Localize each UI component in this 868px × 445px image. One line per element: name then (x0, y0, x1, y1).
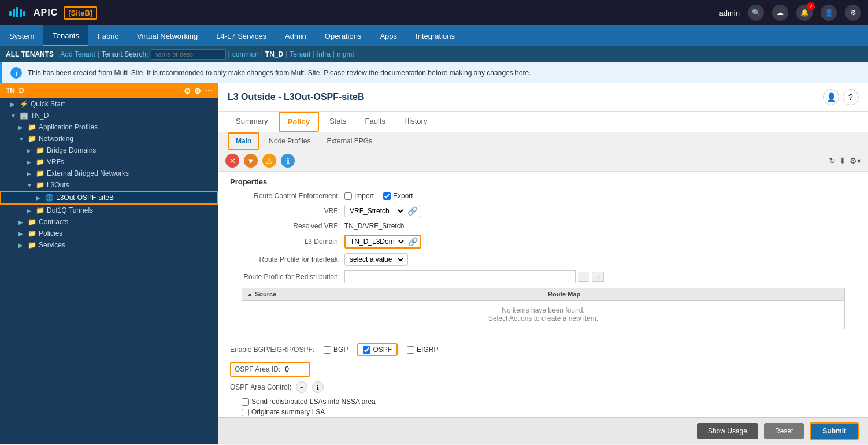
tree-application-profiles[interactable]: ▶ 📁 Application Profiles (0, 121, 218, 133)
mgmt-link[interactable]: mgmt (337, 50, 354, 58)
notifications-icon[interactable]: 🔔 2 (796, 5, 813, 21)
bottom-bar: Show Usage Reset Submit (218, 417, 868, 444)
show-usage-button[interactable]: Show Usage (697, 423, 758, 439)
tree-external-bridged[interactable]: ▶ 📁 External Bridged Networks (0, 168, 218, 179)
l3domain-row: L3 Domain: TN_D_L3Dom 🔗 (230, 235, 856, 249)
tree-l3outs[interactable]: ▼ 📁 L3Outs (0, 179, 218, 191)
send-redistributed-checkbox[interactable] (242, 398, 249, 406)
ospf-control-info-btn[interactable]: ℹ (312, 381, 324, 393)
down-action-icon[interactable]: ▼ (244, 154, 258, 168)
eigrp-checkbox[interactable] (407, 346, 414, 354)
ospf-checkbox-wrapper: OSPF (357, 343, 398, 356)
person-icon-btn[interactable]: 👤 (823, 89, 839, 105)
route-redistribution-minus-btn[interactable]: − (578, 272, 589, 282)
all-tenants-link[interactable]: ALL TENANTS (6, 50, 54, 58)
vrf-select[interactable]: VRF_Stretch (347, 206, 405, 216)
bgp-checkbox[interactable] (324, 346, 331, 354)
nav-tenants[interactable]: Tenants (43, 25, 88, 46)
common-link[interactable]: common (232, 50, 259, 58)
l3domain-select[interactable]: TN_D_L3Dom (348, 237, 406, 246)
tenant-link[interactable]: Tenant (290, 50, 310, 58)
tree-l3out-ospf-siteb[interactable]: ▶ 🌐 L3Out-OSPF-siteB (0, 191, 218, 205)
originate-summary-checkbox[interactable] (242, 409, 249, 416)
cloud-icon[interactable]: ☁ (772, 5, 788, 21)
ospf-control-minus-btn[interactable]: − (296, 381, 307, 393)
nav-fabric[interactable]: Fabric (88, 25, 128, 46)
nav-system[interactable]: System (0, 25, 43, 46)
import-checkbox[interactable] (344, 192, 352, 200)
export-checkbox-label[interactable]: Export (383, 192, 413, 200)
route-control-row: Route Control Enforcement: Import Export (230, 192, 856, 200)
ospf-checkbox[interactable] (363, 346, 370, 354)
ospf-checkbox-label[interactable]: OSPF (363, 346, 392, 354)
svg-rect-1 (9, 11, 12, 16)
tab-faults[interactable]: Faults (357, 112, 394, 131)
tree-dot1q[interactable]: ▶ 📁 Dot1Q Tunnels (0, 205, 218, 216)
delete-action-icon[interactable]: ✕ (225, 154, 239, 168)
sidebar-icon-2[interactable]: ⊕ (194, 86, 201, 95)
search-icon[interactable]: 🔍 (748, 5, 764, 21)
refresh-action-icon[interactable]: ↻ (829, 156, 836, 165)
ospf-area-id-wrapper: OSPF Area ID: (230, 362, 310, 377)
settings-icon[interactable]: ⚙ (845, 5, 861, 21)
l3domain-wrapper[interactable]: TN_D_L3Dom 🔗 (344, 235, 421, 249)
submit-button[interactable]: Submit (810, 422, 859, 440)
site-badge[interactable]: [SiteB] (64, 6, 97, 20)
sidebar-icon-1[interactable]: ⊙ (184, 86, 191, 95)
nav-admin[interactable]: Admin (276, 25, 316, 46)
ospf-area-control-label: OSPF Area Control: (230, 383, 291, 391)
route-redistribution-plus-btn[interactable]: + (592, 272, 603, 282)
svg-rect-4 (20, 9, 22, 17)
vrf-select-wrapper[interactable]: VRF_Stretch 🔗 (344, 205, 420, 217)
vrf-link-icon[interactable]: 🔗 (407, 206, 417, 216)
tab-history[interactable]: History (396, 112, 435, 131)
nav-l4l7[interactable]: L4-L7 Services (207, 25, 276, 46)
user-icon[interactable]: 👤 (821, 5, 837, 21)
more-action-icon[interactable]: ⚙▾ (850, 156, 861, 165)
infra-link[interactable]: infra (317, 50, 330, 58)
l3domain-link-icon[interactable]: 🔗 (408, 237, 418, 246)
tree-bridge-domains[interactable]: ▶ 📁 Bridge Domains (0, 144, 218, 156)
tab-stats[interactable]: Stats (321, 112, 355, 131)
nav-apps[interactable]: Apps (370, 25, 406, 46)
sidebar-icon-3[interactable]: ⋯ (205, 86, 213, 95)
sidebar-title: TN_D (6, 87, 24, 95)
help-icon-btn[interactable]: ? (843, 89, 859, 105)
route-profile-interleak-select[interactable]: select a value (347, 255, 405, 264)
nav-integrations[interactable]: Integrations (406, 25, 464, 46)
tenant-search-input[interactable] (151, 49, 226, 60)
download-action-icon[interactable]: ⬇ (839, 156, 846, 165)
nav-operations[interactable]: Operations (316, 25, 371, 46)
tree-contracts[interactable]: ▶ 📁 Contracts (0, 216, 218, 228)
protocol-section: Enable BGP/EIGRP/OSPF: BGP OSPF EIGRP (218, 338, 868, 417)
bgp-checkbox-label[interactable]: BGP (324, 346, 348, 354)
warning-action-icon[interactable]: ⚠ (262, 154, 276, 168)
route-profile-redistribution-input[interactable] (344, 270, 576, 283)
eigrp-checkbox-label[interactable]: EIGRP (407, 346, 438, 354)
tree-policies[interactable]: ▶ 📁 Policies (0, 228, 218, 239)
table-body: No items have been found. Select Actions… (242, 301, 845, 329)
tenant-search-label: Tenant Search: (102, 50, 149, 58)
ospf-area-id-input[interactable] (283, 364, 306, 374)
subtab-external-epgs[interactable]: External EPGs (320, 134, 379, 149)
tree-vrfs[interactable]: ▶ 📁 VRFs (0, 156, 218, 168)
originate-summary-label[interactable]: Originate summary LSA (242, 408, 856, 416)
export-checkbox[interactable] (383, 192, 391, 200)
route-profile-interleak-wrapper[interactable]: select a value (344, 253, 408, 266)
tree-tn-d[interactable]: ▼ 🏢 TN_D (0, 110, 218, 121)
tab-policy[interactable]: Policy (279, 112, 319, 132)
info-action-icon[interactable]: ℹ (281, 154, 295, 168)
add-tenant-link[interactable]: Add Tenant (60, 50, 95, 58)
subtab-main[interactable]: Main (228, 132, 259, 150)
reset-button[interactable]: Reset (764, 423, 804, 439)
tree-services[interactable]: ▶ 📁 Services (0, 239, 218, 251)
tn-d-link[interactable]: TN_D (265, 50, 283, 58)
ospf-checkboxes: Send redistributed LSAs into NSSA area O… (242, 398, 856, 417)
subtab-node-profiles[interactable]: Node Profiles (262, 134, 317, 149)
tree-quick-start[interactable]: ▶ ⚡ Quick Start (0, 98, 218, 110)
nav-virtual-networking[interactable]: Virtual Networking (128, 25, 207, 46)
tree-networking[interactable]: ▼ 📁 Networking (0, 133, 218, 144)
tab-summary[interactable]: Summary (228, 112, 276, 131)
import-checkbox-label[interactable]: Import (344, 192, 374, 200)
send-redistributed-label[interactable]: Send redistributed LSAs into NSSA area (242, 398, 856, 406)
